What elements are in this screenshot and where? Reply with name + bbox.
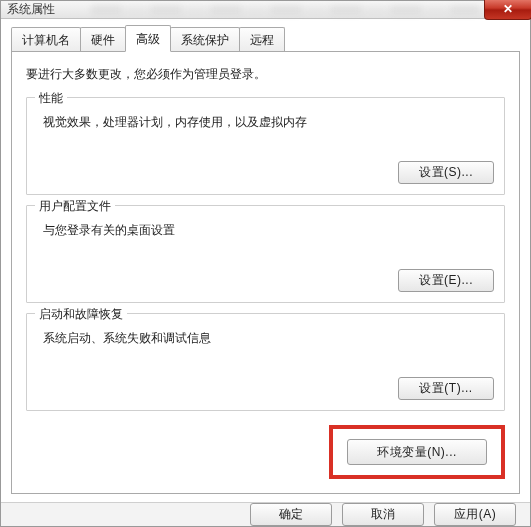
system-properties-window: 系统属性 ✕ 计算机名 硬件 高级 系统保护 远程 要进行大多数更改，您必须作为…: [0, 0, 531, 527]
window-title: 系统属性: [7, 1, 55, 18]
environment-variables-button[interactable]: 环境变量(N)...: [347, 439, 487, 465]
performance-group: 性能 视觉效果，处理器计划，内存使用，以及虚拟内存 设置(S)...: [26, 97, 505, 195]
tab-system-protection[interactable]: 系统保护: [170, 27, 240, 52]
tab-hardware[interactable]: 硬件: [80, 27, 126, 52]
admin-note: 要进行大多数更改，您必须作为管理员登录。: [26, 66, 505, 83]
dialog-body: 计算机名 硬件 高级 系统保护 远程 要进行大多数更改，您必须作为管理员登录。 …: [1, 19, 530, 502]
env-vars-highlight: 环境变量(N)...: [329, 425, 505, 479]
tab-advanced[interactable]: 高级: [125, 25, 171, 52]
startup-recovery-legend: 启动和故障恢复: [35, 306, 127, 323]
startup-recovery-button-row: 设置(T)...: [39, 377, 494, 400]
startup-recovery-settings-button[interactable]: 设置(T)...: [398, 377, 494, 400]
env-vars-row: 环境变量(N)...: [26, 421, 505, 483]
tab-strip: 计算机名 硬件 高级 系统保护 远程: [11, 27, 520, 51]
performance-button-row: 设置(S)...: [39, 161, 494, 184]
performance-legend: 性能: [35, 90, 67, 107]
ok-button[interactable]: 确定: [250, 503, 332, 526]
performance-settings-button[interactable]: 设置(S)...: [398, 161, 494, 184]
performance-desc: 视觉效果，处理器计划，内存使用，以及虚拟内存: [43, 114, 494, 131]
close-button[interactable]: ✕: [484, 0, 531, 20]
apply-button[interactable]: 应用(A): [434, 503, 516, 526]
startup-recovery-desc: 系统启动、系统失败和调试信息: [43, 330, 494, 347]
user-profiles-desc: 与您登录有关的桌面设置: [43, 222, 494, 239]
tab-remote[interactable]: 远程: [239, 27, 285, 52]
tab-computer-name[interactable]: 计算机名: [11, 27, 81, 52]
user-profiles-button-row: 设置(E)...: [39, 269, 494, 292]
advanced-tab-panel: 要进行大多数更改，您必须作为管理员登录。 性能 视觉效果，处理器计划，内存使用，…: [11, 51, 520, 494]
user-profiles-group: 用户配置文件 与您登录有关的桌面设置 设置(E)...: [26, 205, 505, 303]
titlebar-background: [91, 5, 480, 14]
user-profiles-settings-button[interactable]: 设置(E)...: [398, 269, 494, 292]
dialog-button-bar: 确定 取消 应用(A): [1, 502, 530, 526]
startup-recovery-group: 启动和故障恢复 系统启动、系统失败和调试信息 设置(T)...: [26, 313, 505, 411]
close-icon: ✕: [503, 2, 513, 16]
cancel-button[interactable]: 取消: [342, 503, 424, 526]
titlebar: 系统属性 ✕: [1, 1, 530, 19]
user-profiles-legend: 用户配置文件: [35, 198, 115, 215]
